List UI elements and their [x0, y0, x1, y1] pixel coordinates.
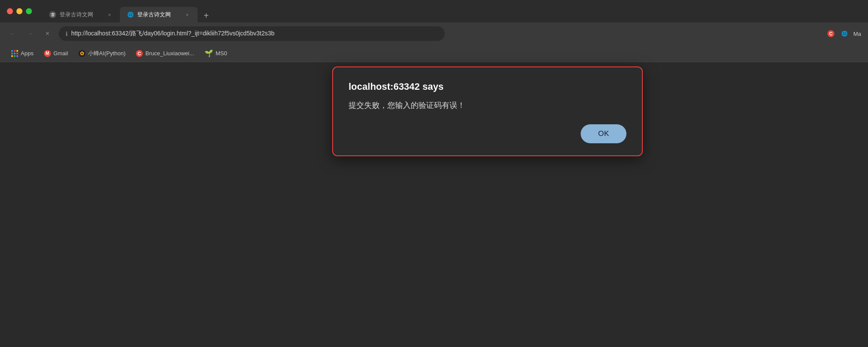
alert-message: 提交失败，您输入的验证码有误！	[349, 100, 626, 110]
url-text: http://localhost:63342/路飞/day06/login.ht…	[71, 30, 438, 38]
minimize-button[interactable]	[16, 8, 22, 14]
address-bar-row: ← → × ℹ http://localhost:63342/路飞/day06/…	[0, 22, 868, 45]
tab-2[interactable]: 🌐 登录古诗文网 ×	[120, 7, 198, 22]
titlebar: 古 登录古诗文网 × 🌐 登录古诗文网 × +	[0, 0, 868, 22]
alert-title: localhost:63342 says	[349, 81, 626, 92]
bruce-icon: C	[136, 50, 143, 57]
ma-label: Ma	[853, 31, 861, 37]
bookmark-gmail[interactable]: M Gmail	[40, 48, 72, 59]
page-content: localhost:63342 says 提交失败，您输入的验证码有误！ OK	[0, 62, 868, 347]
bookmark-bruce[interactable]: C Bruce_Liuxiaowei...	[132, 48, 198, 59]
tab-2-close[interactable]: ×	[184, 11, 191, 18]
bookmarks-bar: Apps M Gmail ✿ 小蜂AI(Python) C Bruce_Liux…	[0, 45, 868, 62]
maximize-button[interactable]	[26, 8, 32, 14]
ms0-icon: 🌱	[204, 49, 213, 57]
bruce-label: Bruce_Liuxiaowei...	[145, 50, 194, 57]
rightmost-favicon: C	[827, 30, 834, 37]
security-icon: ℹ	[66, 31, 68, 37]
ma-favicon: 🌐	[841, 30, 848, 37]
tab-1[interactable]: 古 登录古诗文网 ×	[42, 7, 120, 22]
tab-2-favicon: 🌐	[127, 11, 134, 18]
ms0-label: MS0	[216, 50, 227, 57]
alert-buttons: OK	[349, 124, 626, 143]
traffic-lights	[7, 8, 32, 14]
apps-label: Apps	[21, 50, 34, 57]
refresh-button[interactable]: ×	[41, 28, 53, 40]
xiaomifeng-icon: ✿	[79, 50, 85, 57]
bookmark-apps[interactable]: Apps	[7, 48, 38, 59]
close-button[interactable]	[7, 8, 13, 14]
bookmark-xiaomifeng[interactable]: ✿ 小蜂AI(Python)	[74, 48, 130, 59]
alert-ok-button[interactable]: OK	[581, 124, 626, 143]
address-bar[interactable]: ℹ http://localhost:63342/路飞/day06/login.…	[59, 26, 445, 41]
gmail-icon: M	[44, 50, 51, 57]
bookmark-ms0[interactable]: 🌱 MS0	[200, 47, 232, 59]
tab-2-title: 登录古诗文网	[137, 11, 180, 19]
apps-grid-icon	[11, 50, 18, 57]
tabs-area: 古 登录古诗文网 × 🌐 登录古诗文网 × +	[42, 0, 861, 22]
gmail-label: Gmail	[53, 50, 68, 57]
tab-1-close[interactable]: ×	[106, 11, 113, 18]
tab-1-favicon: 古	[49, 11, 56, 18]
back-button[interactable]: ←	[7, 28, 19, 40]
new-tab-button[interactable]: +	[199, 9, 213, 22]
alert-dialog: localhost:63342 says 提交失败，您输入的验证码有误！ OK	[332, 66, 643, 156]
forward-button[interactable]: →	[24, 28, 36, 40]
tab-1-title: 登录古诗文网	[60, 11, 103, 19]
xiaomifeng-label: 小蜂AI(Python)	[88, 50, 126, 57]
